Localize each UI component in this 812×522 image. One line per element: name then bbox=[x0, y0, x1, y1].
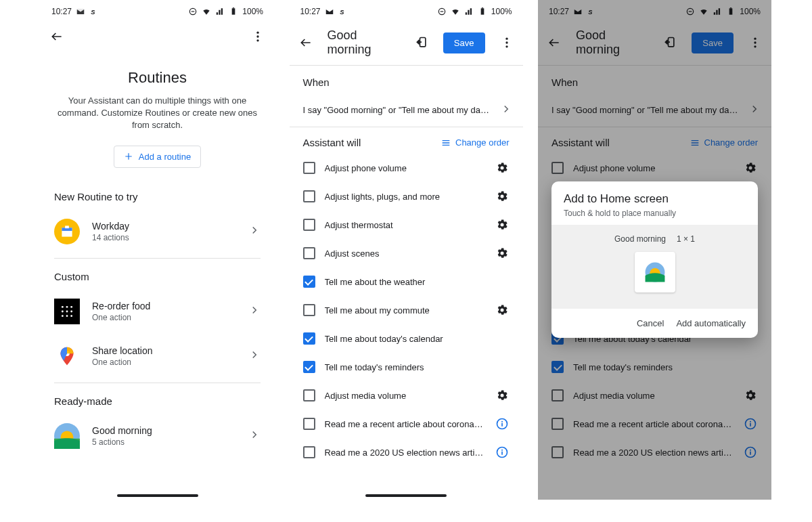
dialog-cancel-button[interactable]: Cancel bbox=[637, 318, 664, 328]
svg-rect-41 bbox=[501, 452, 503, 455]
info-icon[interactable] bbox=[743, 416, 758, 431]
svg-rect-45 bbox=[729, 8, 733, 14]
battery-percent: 100% bbox=[740, 7, 761, 16]
svg-point-6 bbox=[256, 35, 258, 37]
add-routine-button[interactable]: Add a routine bbox=[114, 146, 201, 168]
action-checkbox[interactable] bbox=[551, 418, 564, 430]
action-label: Read me a 2020 US election news article bbox=[573, 448, 734, 458]
save-button[interactable]: Save bbox=[692, 32, 734, 53]
more-icon[interactable] bbox=[747, 35, 763, 51]
routines-hero: Routines Your Assistant can do multiple … bbox=[41, 53, 274, 179]
action-checkbox[interactable] bbox=[303, 361, 315, 373]
info-icon[interactable] bbox=[495, 445, 510, 460]
svg-point-34 bbox=[505, 41, 508, 43]
status-time: 10:27 bbox=[549, 7, 569, 16]
action-checkbox[interactable] bbox=[551, 389, 564, 401]
routine-sub: One action bbox=[92, 313, 236, 322]
gear-icon[interactable] bbox=[495, 189, 510, 204]
app-icon: S bbox=[89, 7, 99, 16]
change-order-button[interactable]: Change order bbox=[690, 137, 759, 148]
back-icon[interactable] bbox=[298, 35, 314, 51]
action-checkbox[interactable] bbox=[551, 446, 564, 458]
battery-icon bbox=[726, 7, 736, 16]
action-label: Tell me about today's calendar bbox=[325, 334, 485, 344]
dialog-confirm-button[interactable]: Add automatically bbox=[676, 318, 746, 328]
action-checkbox[interactable] bbox=[303, 389, 315, 401]
preview-size: 1 × 1 bbox=[677, 234, 695, 244]
change-order-button[interactable]: Change order bbox=[441, 137, 510, 148]
when-row[interactable]: I say "Good morning" or "Tell me about m… bbox=[290, 93, 523, 127]
action-checkbox[interactable] bbox=[303, 418, 315, 430]
routines-title: Routines bbox=[57, 69, 258, 87]
action-label: Adjust media volume bbox=[573, 391, 734, 401]
battery-icon bbox=[229, 7, 238, 16]
phone-routines: 10:27 S 100% Routines Your Assistant can… bbox=[41, 0, 274, 500]
svg-point-40 bbox=[501, 450, 503, 451]
action-checkbox[interactable] bbox=[303, 276, 315, 288]
action-checkbox[interactable] bbox=[303, 446, 315, 458]
routine-workday[interactable]: Workday 14 actions bbox=[41, 209, 274, 254]
action-label: Adjust lights, plugs, and more bbox=[325, 192, 485, 202]
back-icon[interactable] bbox=[49, 28, 65, 45]
svg-point-48 bbox=[754, 38, 756, 40]
when-header: When bbox=[290, 66, 523, 93]
save-button[interactable]: Save bbox=[443, 32, 485, 53]
add-to-home-dialog: Add to Home screen Touch & hold to place… bbox=[551, 181, 758, 338]
svg-rect-38 bbox=[501, 423, 503, 427]
svg-rect-3 bbox=[232, 8, 235, 14]
status-bar: 10:27 S 100% bbox=[538, 0, 771, 20]
more-icon[interactable] bbox=[499, 35, 515, 51]
preview-tile bbox=[635, 252, 675, 292]
info-icon[interactable] bbox=[743, 445, 758, 460]
action-item: Adjust phone volume bbox=[290, 154, 523, 182]
action-checkbox[interactable] bbox=[551, 162, 564, 174]
action-checkbox[interactable] bbox=[551, 361, 564, 373]
action-label: Adjust phone volume bbox=[573, 163, 734, 173]
svg-point-17 bbox=[66, 310, 68, 312]
nav-indicator[interactable] bbox=[365, 494, 447, 497]
svg-point-49 bbox=[754, 41, 756, 43]
dnd-icon bbox=[188, 7, 198, 16]
action-checkbox[interactable] bbox=[303, 247, 315, 259]
svg-rect-56 bbox=[750, 452, 751, 455]
chevron-right-icon bbox=[500, 103, 512, 117]
routine-share-location[interactable]: Share location One action bbox=[41, 334, 274, 378]
action-label: Adjust thermostat bbox=[325, 220, 485, 230]
action-checkbox[interactable] bbox=[303, 332, 315, 345]
routine-reorder-food[interactable]: Re-order food One action bbox=[41, 289, 274, 334]
battery-percent: 100% bbox=[242, 7, 263, 16]
gear-icon[interactable] bbox=[743, 388, 758, 403]
gmail-icon bbox=[76, 7, 85, 16]
section-new-try-header: New Routine to try bbox=[41, 179, 274, 209]
gear-icon[interactable] bbox=[495, 160, 510, 175]
when-row[interactable]: I say "Good morning" or "Tell me about m… bbox=[538, 93, 771, 127]
dialog-title: Add to Home screen bbox=[564, 192, 746, 206]
action-checkbox[interactable] bbox=[303, 162, 315, 174]
gear-icon[interactable] bbox=[495, 303, 510, 318]
phone-routine-dialog: 10:27 S 100% Good morning Save When I sa… bbox=[538, 0, 771, 500]
dialog-preview[interactable]: Good morning 1 × 1 bbox=[551, 225, 758, 309]
share-location-icon bbox=[54, 343, 80, 369]
more-icon[interactable] bbox=[250, 28, 266, 45]
routine-name: Workday bbox=[92, 221, 236, 232]
action-checkbox[interactable] bbox=[303, 219, 315, 231]
gear-icon[interactable] bbox=[495, 217, 510, 232]
gear-icon[interactable] bbox=[495, 388, 510, 403]
action-item: Tell me today's reminders bbox=[538, 353, 771, 381]
add-to-home-icon[interactable] bbox=[413, 35, 430, 51]
action-checkbox[interactable] bbox=[303, 190, 315, 202]
info-icon[interactable] bbox=[495, 416, 510, 431]
back-icon[interactable] bbox=[546, 35, 562, 51]
gear-icon[interactable] bbox=[495, 246, 510, 261]
action-label: Read me a 2020 US election news article bbox=[325, 448, 485, 458]
action-checkbox[interactable] bbox=[303, 304, 315, 316]
add-to-home-icon[interactable] bbox=[662, 35, 678, 51]
action-label: Read me a recent article about coronavir… bbox=[325, 419, 485, 429]
routine-good-morning[interactable]: Good morning 5 actions bbox=[41, 414, 274, 458]
svg-rect-11 bbox=[65, 225, 69, 228]
chevron-right-icon bbox=[748, 103, 761, 117]
spacer bbox=[495, 331, 510, 346]
status-bar: 10:27 S 100% bbox=[290, 0, 523, 20]
nav-indicator[interactable] bbox=[117, 494, 198, 497]
gear-icon[interactable] bbox=[743, 160, 758, 175]
